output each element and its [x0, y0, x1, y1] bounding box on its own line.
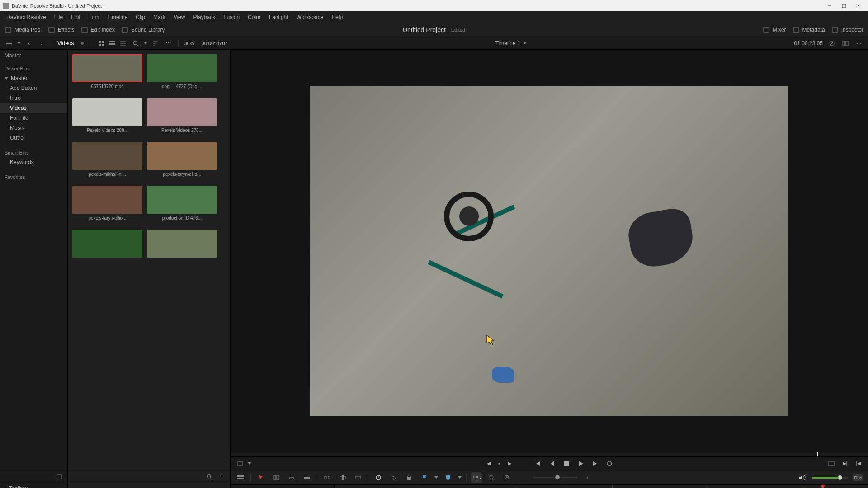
menu-trim[interactable]: Trim: [85, 13, 103, 22]
search-icon[interactable]: [205, 472, 214, 481]
more-icon[interactable]: ⋯: [164, 39, 173, 48]
selection-tool[interactable]: [255, 472, 266, 483]
jog-next-icon[interactable]: ▶: [505, 459, 514, 469]
bin-view-icon[interactable]: [5, 39, 14, 48]
clip-thumbnail[interactable]: [72, 98, 142, 126]
chevron-down-icon[interactable]: [17, 42, 21, 44]
bin-item-keywords[interactable]: Keywords: [0, 157, 67, 167]
media-pool-button[interactable]: Media Pool: [5, 26, 42, 33]
dim-button[interactable]: DIM: [853, 474, 864, 481]
media-clip[interactable]: pexels-taryn-ellio...: [147, 142, 217, 177]
menu-davinci-resolve[interactable]: DaVinci Resolve: [3, 13, 50, 22]
first-frame-button[interactable]: [533, 459, 542, 469]
go-to-out-icon[interactable]: |◀: [854, 459, 863, 469]
mute-icon[interactable]: [797, 472, 807, 483]
media-clip[interactable]: pexels-taryn-ellio...: [72, 186, 142, 221]
zoom-slider[interactable]: [533, 477, 578, 478]
clip-thumbnail[interactable]: [147, 230, 217, 258]
menu-playback[interactable]: Playback: [189, 13, 219, 22]
clip-thumbnail[interactable]: [72, 230, 142, 258]
insert-clip-icon[interactable]: [322, 472, 333, 483]
dynamic-trim-tool[interactable]: [286, 472, 297, 483]
clip-thumbnail[interactable]: [72, 186, 142, 214]
strip-view-icon[interactable]: [108, 39, 117, 48]
last-frame-button[interactable]: [590, 459, 600, 469]
media-clip[interactable]: Pexels Videos 288...: [72, 98, 142, 133]
link-tool[interactable]: [388, 472, 399, 483]
menu-fairlight[interactable]: Fairlight: [265, 13, 292, 22]
bin-item-musik[interactable]: Musik: [0, 123, 67, 133]
match-frame-icon[interactable]: [235, 459, 245, 469]
more-icon[interactable]: ⋯: [854, 39, 863, 48]
media-clip[interactable]: [72, 230, 142, 259]
media-clip[interactable]: 657518728.mp4: [72, 54, 142, 89]
clip-thumbnail[interactable]: [147, 142, 217, 170]
go-to-in-icon[interactable]: ▶|: [840, 459, 850, 469]
chevron-down-icon[interactable]: [144, 42, 147, 44]
media-clip[interactable]: pexels-mikhail-ni...: [72, 142, 142, 177]
jog-prev-icon[interactable]: ◀: [484, 459, 494, 469]
close-button[interactable]: [852, 1, 865, 10]
menu-timeline[interactable]: Timeline: [104, 13, 131, 22]
bin-tab[interactable]: Videos: [54, 39, 77, 48]
edit-index-button[interactable]: Edit Index: [81, 26, 115, 33]
zoom-to-fit-icon[interactable]: [486, 472, 497, 483]
blade-tool[interactable]: [302, 472, 312, 483]
timeline-name[interactable]: Timeline 1: [495, 40, 520, 47]
timeline-viewer[interactable]: [231, 50, 868, 452]
flag-tool[interactable]: [419, 472, 430, 483]
chevron-down-icon[interactable]: [458, 476, 462, 479]
chevron-down-icon[interactable]: [248, 462, 251, 465]
chevron-down-icon[interactable]: [434, 476, 438, 479]
minimize-button[interactable]: [823, 1, 836, 10]
menu-help[interactable]: Help: [328, 13, 346, 22]
zoom-in-button[interactable]: +: [582, 472, 593, 483]
thumbnail-view-icon[interactable]: [97, 39, 106, 48]
lock-icon[interactable]: [404, 472, 415, 483]
chevron-down-icon[interactable]: [523, 42, 527, 44]
clip-thumbnail[interactable]: [147, 98, 217, 126]
expand-icon[interactable]: [5, 77, 8, 80]
metadata-button[interactable]: Metadata: [793, 26, 825, 33]
bin-item-abo-button[interactable]: Abo Button: [0, 83, 67, 93]
fx-panel-icon[interactable]: [55, 472, 64, 481]
media-clip[interactable]: production ID 476...: [147, 186, 217, 221]
clip-thumbnail[interactable]: [72, 142, 142, 170]
maximize-button[interactable]: [837, 1, 851, 10]
trim-tool[interactable]: [271, 472, 282, 483]
effects-button[interactable]: Effects: [48, 26, 74, 33]
menu-clip[interactable]: Clip: [132, 13, 149, 22]
media-clip[interactable]: [147, 230, 217, 259]
timeline-view-icon[interactable]: [235, 472, 246, 483]
menu-mark[interactable]: Mark: [150, 13, 169, 22]
overwrite-clip-icon[interactable]: [337, 472, 348, 483]
in-out-icon[interactable]: [826, 459, 836, 469]
volume-slider[interactable]: [812, 477, 848, 479]
playhead[interactable]: [823, 485, 823, 488]
zoom-custom-icon[interactable]: [502, 472, 513, 483]
sort-icon[interactable]: [151, 39, 160, 48]
bin-item-videos[interactable]: Videos: [0, 103, 67, 113]
replace-clip-icon[interactable]: [353, 472, 363, 483]
menu-view[interactable]: View: [170, 13, 189, 22]
master-bin[interactable]: Master: [0, 50, 67, 61]
menu-workspace[interactable]: Workspace: [293, 13, 327, 22]
mixer-button[interactable]: Mixer: [763, 26, 786, 33]
fx-tree-toolbox[interactable]: Toolbox: [0, 483, 67, 488]
zoom-out-button[interactable]: −: [517, 472, 528, 483]
stop-button[interactable]: [561, 459, 571, 469]
snapping-icon[interactable]: [471, 472, 482, 483]
media-clip[interactable]: Pexels Videos 278...: [147, 98, 217, 133]
clip-thumbnail[interactable]: [147, 186, 217, 214]
search-icon[interactable]: [131, 39, 140, 48]
nav-fwd-icon[interactable]: ›: [37, 39, 46, 48]
bypass-icon[interactable]: [827, 39, 836, 48]
marker-tool[interactable]: [443, 472, 453, 483]
play-button[interactable]: [576, 459, 586, 469]
clip-thumbnail[interactable]: [72, 54, 142, 82]
retime-tool[interactable]: [373, 472, 384, 483]
menu-file[interactable]: File: [51, 13, 66, 22]
bin-item-intro[interactable]: Intro: [0, 93, 67, 103]
viewer-scrubber[interactable]: [231, 452, 868, 456]
nav-back-icon[interactable]: ‹: [24, 39, 33, 48]
